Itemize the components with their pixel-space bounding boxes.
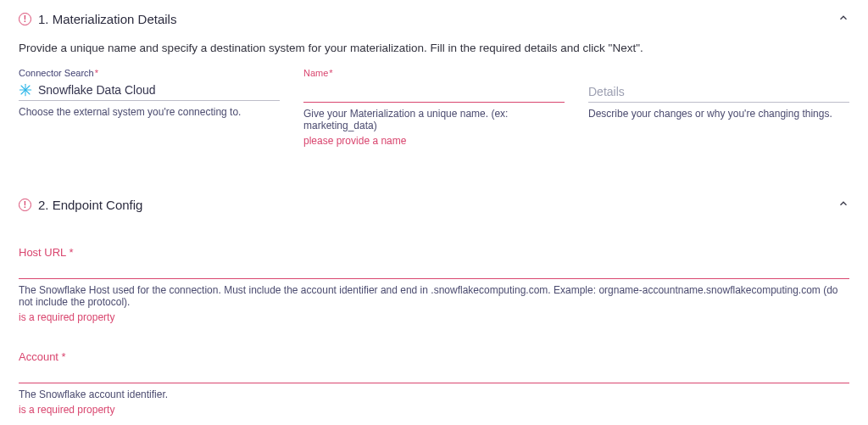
connector-helper: Choose the external system you're connec…: [19, 106, 280, 118]
section2-title: 2. Endpoint Config: [38, 198, 142, 212]
name-label: Name*: [303, 68, 565, 78]
section1-header[interactable]: ! 1. Materialization Details: [19, 12, 849, 26]
section2-title-group: ! 2. Endpoint Config: [19, 198, 142, 212]
section1-intro: Provide a unique name and specify a dest…: [19, 42, 849, 54]
details-input[interactable]: [588, 80, 849, 103]
connector-label: Connector Search*: [19, 68, 280, 78]
host-url-field: Host URL * The Snowflake Host used for t…: [19, 246, 849, 323]
account-field: Account * The Snowflake account identifi…: [19, 350, 849, 416]
section2-header[interactable]: ! 2. Endpoint Config: [19, 198, 849, 212]
alert-icon: !: [19, 199, 31, 211]
host-url-error: is a required property: [19, 311, 849, 323]
chevron-up-icon[interactable]: [837, 12, 849, 26]
connector-field: Connector Search* Snowflake Data Cloud C…: [19, 68, 280, 147]
account-input[interactable]: [19, 365, 849, 383]
snowflake-icon: [19, 83, 32, 97]
host-url-input[interactable]: [19, 260, 849, 279]
account-label: Account *: [19, 350, 849, 363]
name-field: Name* Give your Materialization a unique…: [303, 68, 565, 147]
name-input[interactable]: [303, 80, 565, 103]
details-helper: Describe your changes or why you're chan…: [588, 108, 849, 120]
chevron-up-icon[interactable]: [837, 198, 849, 212]
section1-title: 1. Materialization Details: [38, 12, 176, 26]
connector-value: Snowflake Data Cloud: [38, 83, 156, 97]
account-helper: The Snowflake account identifier.: [19, 389, 849, 400]
host-url-label: Host URL *: [19, 246, 849, 259]
section1-fields-row: Connector Search* Snowflake Data Cloud C…: [19, 68, 849, 147]
connector-search-input[interactable]: Snowflake Data Cloud: [19, 80, 280, 101]
name-helper: Give your Materialization a unique name.…: [303, 108, 565, 131]
section1-title-group: ! 1. Materialization Details: [19, 12, 176, 26]
details-field: . Describe your changes or why you're ch…: [588, 68, 849, 147]
host-url-helper: The Snowflake Host used for the connecti…: [19, 284, 849, 308]
name-error: please provide a name: [303, 135, 565, 147]
account-error: is a required property: [19, 404, 849, 416]
alert-icon: !: [19, 13, 31, 25]
